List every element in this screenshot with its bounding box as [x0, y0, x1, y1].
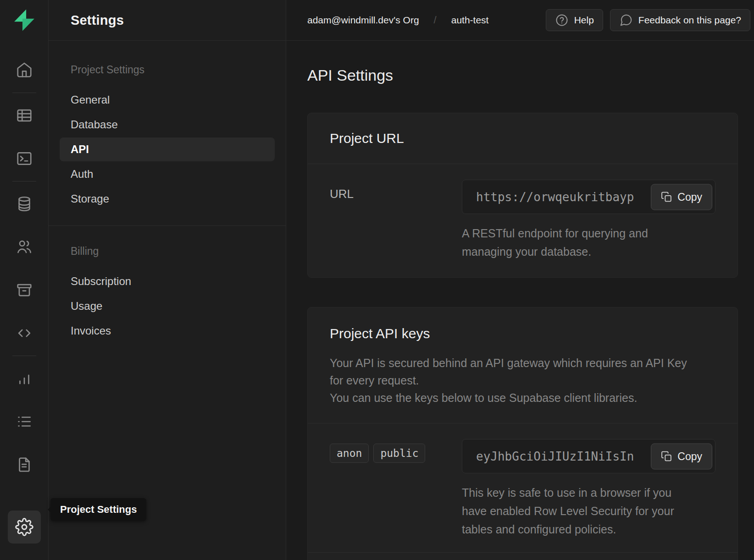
storage-icon[interactable] [13, 279, 35, 301]
copy-icon [661, 450, 672, 462]
logs-list-icon[interactable] [13, 411, 35, 433]
project-url-card-title: Project URL [330, 131, 404, 146]
settings-sidebar: Settings Project Settings General Databa… [49, 0, 286, 560]
api-docs-icon[interactable] [13, 454, 35, 476]
page-title: API Settings [307, 66, 737, 84]
copy-icon [661, 191, 672, 203]
copy-anon-key-label: Copy [677, 450, 702, 462]
project-url-value: https://orwqeukritbayp [476, 190, 634, 204]
sidebar-item-subscription[interactable]: Subscription [60, 269, 275, 293]
anon-key-row: anon public eyJhbGciOiJIUzI1NiIsIn [308, 423, 737, 552]
sidebar-item-auth[interactable]: Auth [60, 162, 275, 186]
breadcrumb-separator: / [434, 14, 437, 26]
breadcrumb-project[interactable]: auth-test [451, 15, 489, 26]
sidebar-item-usage[interactable]: Usage [60, 294, 275, 318]
sidebar-item-database[interactable]: Database [60, 113, 275, 137]
sidebar-header: Settings [49, 0, 286, 41]
sidebar-item-general[interactable]: General [60, 88, 275, 112]
reports-chart-icon[interactable] [13, 368, 35, 390]
breadcrumb-org[interactable]: adam@windmill.dev's Org [307, 15, 419, 26]
project-settings-gear-icon[interactable] [8, 511, 41, 544]
help-question-icon [555, 13, 569, 27]
next-key-row-cutoff [308, 552, 737, 560]
tooltip-label: Project Settings [60, 504, 137, 516]
app-root: Settings Project Settings General Databa… [0, 0, 754, 560]
feedback-button[interactable]: Feedback on this page? [610, 9, 750, 31]
primary-nav-rail [0, 0, 49, 560]
anon-badge: anon [330, 444, 369, 463]
sidebar-item-storage[interactable]: Storage [60, 187, 275, 211]
api-keys-card: Project API keys Your API is secured beh… [307, 307, 738, 560]
speech-bubble-icon [619, 13, 633, 27]
sidebar-title: Settings [71, 13, 124, 28]
api-keys-intro-line2: You can use the keys below to use Supaba… [330, 389, 690, 406]
page-content: API Settings Project URL URL https://orw… [286, 41, 754, 560]
sidebar-item-invoices[interactable]: Invoices [60, 319, 275, 343]
url-field-label: URL [330, 180, 462, 261]
sidebar-item-api[interactable]: API [60, 137, 275, 161]
api-keys-card-header: Project API keys Your API is secured beh… [308, 307, 737, 423]
anon-key-input[interactable]: eyJhbGciOiJIUzI1NiIsIn Copy [462, 439, 715, 473]
sidebar-divider [49, 225, 286, 226]
section-label-billing: Billing [60, 245, 275, 258]
copy-url-label: Copy [677, 191, 702, 203]
database-icon[interactable] [13, 193, 35, 215]
api-keys-card-title: Project API keys [330, 326, 715, 341]
rail-divider [12, 356, 36, 356]
copy-url-button[interactable]: Copy [651, 184, 712, 210]
api-keys-intro-line1: Your API is secured behind an API gatewa… [330, 354, 690, 389]
sql-editor-icon[interactable] [13, 148, 35, 170]
edge-functions-icon[interactable] [13, 322, 35, 344]
main-area: adam@windmill.dev's Org / auth-test Help [286, 0, 754, 560]
topbar-actions: Help Feedback on this page? [546, 9, 750, 31]
settings-nav: Project Settings General Database API Au… [49, 41, 286, 344]
section-label-project-settings: Project Settings [60, 64, 275, 76]
rail-divider [12, 93, 36, 93]
project-url-card-header: Project URL [308, 113, 737, 164]
project-settings-tooltip: Project Settings [50, 498, 146, 521]
anon-key-description: This key is safe to use in a browser if … [462, 483, 693, 538]
anon-key-badges: anon public [330, 439, 462, 538]
topbar: adam@windmill.dev's Org / auth-test Help [286, 0, 754, 41]
project-url-card: Project URL URL https://orwqeukritbayp [307, 113, 738, 278]
table-editor-icon[interactable] [13, 104, 35, 126]
supabase-logo[interactable] [12, 8, 36, 32]
anon-key-value: eyJhbGciOiJIUzI1NiIsIn [476, 450, 634, 463]
public-badge: public [373, 444, 425, 463]
rail-divider [12, 181, 36, 181]
project-url-input[interactable]: https://orwqeukritbayp Copy [462, 180, 715, 214]
auth-users-icon[interactable] [13, 236, 35, 258]
help-button[interactable]: Help [546, 9, 603, 31]
copy-anon-key-button[interactable]: Copy [651, 443, 712, 469]
project-url-description: A RESTful endpoint for querying and mana… [462, 224, 666, 261]
project-url-card-body: URL https://orwqeukritbayp [308, 164, 737, 277]
home-icon[interactable] [13, 59, 35, 81]
feedback-button-label: Feedback on this page? [638, 15, 741, 26]
breadcrumb: adam@windmill.dev's Org / auth-test [307, 14, 488, 26]
help-button-label: Help [574, 15, 594, 26]
